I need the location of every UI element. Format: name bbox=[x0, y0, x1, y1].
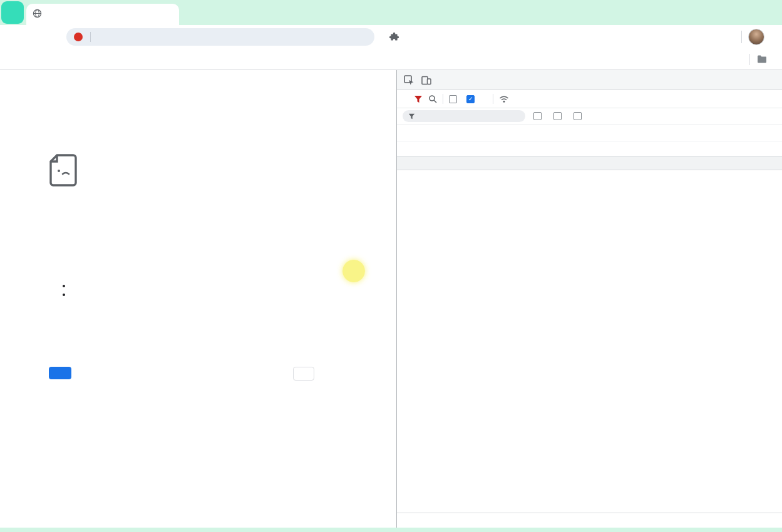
invert-checkbox[interactable] bbox=[533, 112, 545, 120]
all-bookmarks-button[interactable] bbox=[753, 53, 776, 65]
checkbox-icon bbox=[533, 112, 542, 120]
device-toolbar-icon[interactable] bbox=[418, 72, 435, 88]
suggestion-list bbox=[63, 285, 72, 302]
security-badge[interactable] bbox=[74, 33, 86, 41]
browser-tab[interactable] bbox=[26, 4, 179, 25]
filter-toggle-icon[interactable] bbox=[414, 95, 423, 103]
browser-toolbar bbox=[0, 25, 782, 49]
not-secure-icon bbox=[74, 33, 83, 41]
error-page bbox=[0, 70, 396, 528]
window-bottom-border bbox=[0, 528, 782, 532]
checkbox-checked-icon bbox=[466, 95, 475, 103]
profile-avatar[interactable] bbox=[748, 29, 764, 45]
new-tab-button[interactable] bbox=[185, 6, 202, 22]
network-filter-row bbox=[397, 108, 782, 125]
tab-favicon-icon bbox=[33, 9, 42, 21]
network-table bbox=[397, 156, 782, 513]
hide-data-urls-checkbox[interactable] bbox=[553, 112, 565, 120]
bullet-icon bbox=[63, 285, 65, 287]
folder-icon bbox=[757, 55, 767, 63]
hide-extension-urls-checkbox[interactable] bbox=[574, 112, 585, 120]
devtools-menu-icon[interactable] bbox=[744, 72, 761, 88]
network-conditions-icon[interactable] bbox=[499, 95, 509, 103]
bullet-icon bbox=[63, 294, 65, 296]
devtools-tabbar bbox=[397, 70, 782, 90]
sad-page-icon bbox=[49, 153, 78, 190]
address-bar[interactable] bbox=[66, 28, 374, 46]
checkbox-icon bbox=[553, 112, 562, 120]
bookmarks-bar bbox=[0, 49, 782, 70]
omnibox-divider bbox=[90, 32, 91, 42]
minimize-button[interactable] bbox=[696, 0, 724, 25]
browser-window bbox=[0, 0, 782, 532]
table-gridlines bbox=[397, 170, 782, 513]
titlebar bbox=[0, 0, 782, 25]
suggestion-item bbox=[63, 294, 72, 296]
close-button[interactable] bbox=[753, 0, 782, 25]
network-summary-bar bbox=[397, 513, 782, 528]
devtools-panel bbox=[396, 70, 782, 528]
checkbox-icon bbox=[449, 95, 457, 103]
tab-search-button[interactable] bbox=[1, 1, 24, 24]
blocked-filters-row bbox=[397, 141, 782, 156]
toolbar-divider bbox=[741, 31, 742, 43]
checkbox-icon bbox=[574, 112, 582, 120]
extensions-puzzle-icon[interactable] bbox=[387, 30, 401, 44]
preserve-log-checkbox[interactable] bbox=[449, 95, 461, 103]
reload-page-button[interactable] bbox=[49, 367, 71, 379]
window-controls bbox=[696, 0, 782, 25]
back-button[interactable] bbox=[5, 28, 23, 46]
network-table-header bbox=[397, 156, 782, 170]
network-toolbar bbox=[397, 90, 782, 108]
disable-cache-checkbox[interactable] bbox=[466, 95, 478, 103]
forward-button[interactable] bbox=[25, 28, 43, 46]
reload-button[interactable] bbox=[45, 28, 63, 46]
filter-input[interactable] bbox=[403, 110, 525, 122]
bookmarks-divider bbox=[749, 54, 750, 65]
click-highlight bbox=[342, 260, 365, 282]
maximize-button[interactable] bbox=[724, 0, 753, 25]
inspect-icon[interactable] bbox=[401, 72, 417, 88]
devtools-close-icon[interactable] bbox=[762, 72, 778, 88]
more-tabs-button[interactable] bbox=[437, 70, 448, 90]
suggestion-item bbox=[63, 285, 72, 287]
details-button[interactable] bbox=[293, 367, 314, 381]
search-icon[interactable] bbox=[428, 95, 437, 103]
request-type-chips bbox=[397, 125, 782, 141]
devtools-settings-icon[interactable] bbox=[727, 72, 743, 88]
tab-close-icon[interactable] bbox=[163, 9, 174, 20]
